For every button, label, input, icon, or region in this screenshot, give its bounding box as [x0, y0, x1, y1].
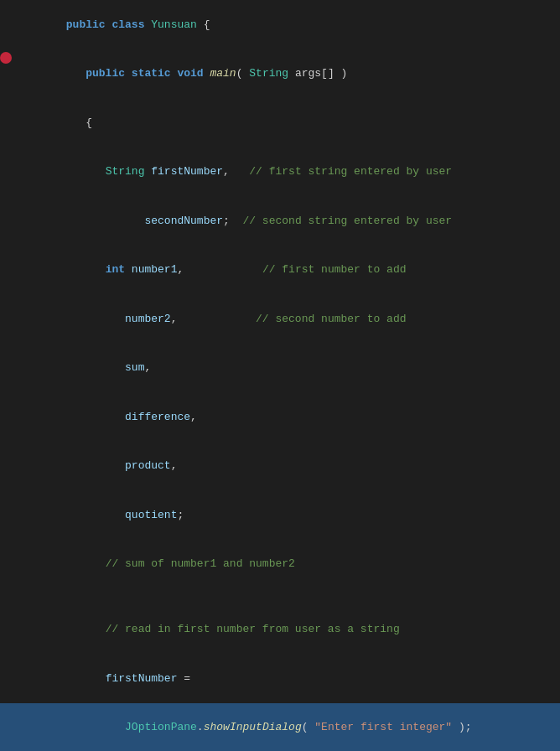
type-string: String — [249, 67, 288, 80]
brace: { — [197, 18, 210, 31]
code-line: difference, — [0, 392, 560, 442]
type-string: String — [106, 165, 145, 178]
code-line: public class Yunsuan { — [0, 0, 560, 49]
code-line: String firstNumber, // first string ente… — [0, 148, 560, 197]
comma: , — [171, 313, 256, 325]
code-line: product, — [0, 442, 560, 491]
line-content: number2, // second number to add — [22, 294, 560, 344]
indent — [66, 263, 106, 276]
line-content: JOptionPane.showInputDialog( "Enter firs… — [22, 703, 560, 752]
comment-first: // first string entered by user — [249, 165, 452, 178]
class-joptionpane: JOptionPane — [125, 721, 197, 733]
line-content: String firstNumber, // first string ente… — [22, 148, 560, 197]
line-content: secondNumber; // second string entered b… — [22, 196, 560, 246]
keyword-static: static — [132, 67, 178, 80]
keyword-public: public — [66, 18, 112, 31]
code-line: // read in first number from user as a s… — [0, 605, 560, 655]
line-content: // sum of number1 and number2 — [22, 540, 560, 589]
comma: , — [144, 361, 151, 374]
var-secondnumber: secondNumber — [144, 215, 223, 227]
keyword-public: public — [86, 67, 132, 80]
code-line: public static void main( String args[] ) — [0, 49, 560, 99]
line-content: int number1, // first number to add — [22, 246, 560, 295]
line-content: sum, — [22, 344, 560, 393]
code-line — [0, 588, 560, 605]
var-number2: number2 — [125, 313, 171, 325]
method-main: main — [210, 67, 236, 80]
code-line: sum, — [0, 344, 560, 393]
semicolon: ; — [223, 215, 242, 227]
var-quotient: quotient — [125, 509, 177, 521]
var-difference: difference — [125, 411, 190, 423]
var-number1: number1 — [132, 263, 178, 276]
code-editor: public class Yunsuan { public static voi… — [0, 0, 560, 751]
breakpoint-indicator — [0, 52, 12, 64]
comma: , — [177, 263, 262, 276]
paren-close: ); — [452, 721, 471, 733]
indent — [66, 67, 86, 80]
comma: , — [223, 165, 249, 178]
line-content: quotient; — [22, 490, 560, 540]
comment-number2: // second number to add — [256, 313, 406, 325]
args: args[] ) — [288, 67, 347, 80]
semicolon: ; — [177, 509, 184, 521]
indent — [66, 165, 106, 178]
keyword-void: void — [177, 67, 210, 80]
indent — [66, 557, 106, 570]
var-sum: sum — [125, 361, 144, 374]
code-line: quotient; — [0, 490, 560, 540]
code-line: secondNumber; // second string entered b… — [0, 196, 560, 246]
line-gutter — [7, 49, 22, 95]
line-content: { — [22, 98, 560, 148]
string-enter-first: "Enter first integer" — [314, 721, 452, 733]
code-line: firstNumber = — [0, 654, 560, 703]
line-content: public class Yunsuan { — [22, 0, 560, 49]
indent — [66, 361, 125, 374]
method-showinputdialog: showInputDialog — [204, 721, 302, 733]
comment-read-first: // read in first number from user as a s… — [106, 623, 400, 635]
indent — [66, 411, 125, 423]
code-line: number2, // second number to add — [0, 294, 560, 344]
code-line: int number1, // first number to add — [0, 246, 560, 295]
indent — [66, 509, 125, 521]
paren: ( — [236, 67, 250, 80]
indent — [66, 623, 106, 635]
comment-sum-of: // sum of number1 and number2 — [106, 557, 295, 570]
indent: { — [66, 117, 92, 129]
indent — [66, 721, 125, 733]
indent — [66, 313, 125, 325]
line-content: public static void main( String args[] ) — [22, 49, 560, 99]
equals: = — [177, 672, 190, 685]
var-firstnumber: firstNumber — [151, 165, 223, 178]
space — [125, 263, 132, 276]
keyword-class: class — [111, 18, 151, 31]
line-content — [22, 588, 560, 605]
comment-second: // second string entered by user — [242, 215, 452, 227]
var-product: product — [125, 459, 171, 472]
line-content: // read in first number from user as a s… — [22, 605, 560, 655]
indent — [66, 672, 106, 685]
comma: , — [190, 411, 197, 423]
line-content: product, — [22, 442, 560, 491]
paren-open: ( — [302, 721, 315, 733]
comment-number1: // first number to add — [262, 263, 407, 276]
dot: . — [197, 721, 204, 733]
indent — [66, 459, 125, 472]
code-line: { — [0, 98, 560, 148]
var-firstnumber-assign: firstNumber — [106, 672, 178, 685]
code-line: // sum of number1 and number2 — [0, 540, 560, 589]
line-content: firstNumber = — [22, 654, 560, 703]
keyword-int: int — [106, 263, 125, 276]
class-yunsuan: Yunsuan — [151, 18, 197, 31]
line-content: difference, — [22, 392, 560, 442]
comma: , — [171, 459, 178, 472]
code-line-highlighted: JOptionPane.showInputDialog( "Enter firs… — [0, 703, 560, 752]
indent — [66, 215, 145, 227]
